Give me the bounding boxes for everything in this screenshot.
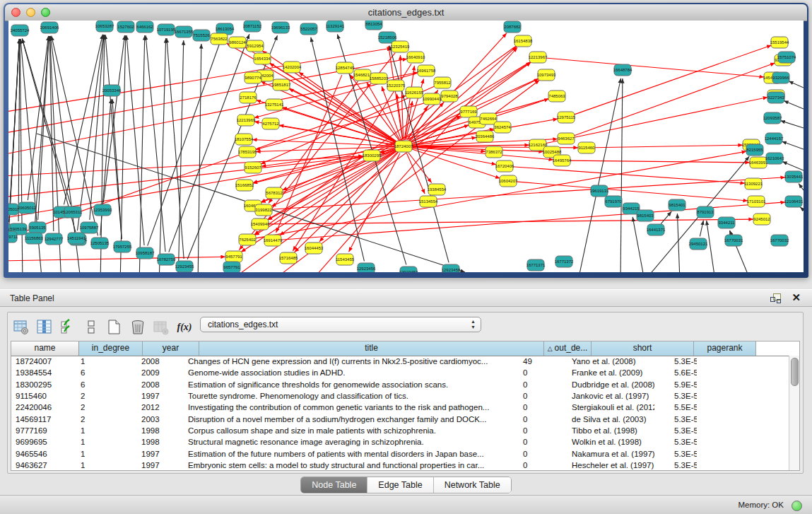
table-row[interactable]: 2242004622012Investigating the contribut… [11, 402, 789, 413]
graph-node[interactable]: 5522057 [300, 23, 317, 35]
graph-node[interactable]: 9815401 [669, 199, 686, 211]
graph-node[interactable]: 12444157 [765, 133, 784, 144]
graph-node[interactable]: 7485063 [548, 90, 565, 102]
toggle-rows-icon[interactable] [82, 318, 100, 337]
delete-table-icon[interactable] [129, 318, 147, 337]
graph-node[interactable]: 16771372 [555, 256, 574, 267]
vertical-scrollbar[interactable] [789, 356, 799, 470]
graph-node[interactable]: 15885203 [370, 73, 389, 84]
graph-node[interactable]: 20364486 [476, 131, 495, 142]
graph-node[interactable]: 7386372 [486, 146, 502, 158]
table-row[interactable]: 1456911722003Disruption of a novel membe… [11, 413, 789, 424]
graph-node[interactable]: 14202004 [283, 62, 302, 73]
graph-node[interactable]: 13275141 [265, 99, 284, 110]
graph-node[interactable]: 1527602 [117, 21, 134, 33]
table-row[interactable]: 1830029562008Estimation of significance … [11, 379, 789, 390]
graph-node[interactable]: 8791913 [697, 206, 714, 218]
graph-node[interactable]: 18300295 [363, 150, 382, 161]
graph-node[interactable]: 15409946 [251, 218, 270, 230]
graph-node[interactable]: 33159711 [8, 231, 18, 243]
graph-node[interactable]: 2087682 [504, 21, 521, 33]
graph-node[interactable]: 9777169 [460, 106, 477, 117]
graph-node[interactable]: 12923458 [442, 264, 461, 272]
graph-node[interactable]: 18107554 [235, 134, 254, 145]
graph-node[interactable]: 12325419 [391, 41, 410, 52]
select-rows-icon[interactable] [59, 318, 77, 337]
graph-node[interactable]: 15134554 [419, 196, 438, 207]
tab-edge-table[interactable]: Edge Table [367, 477, 433, 493]
tab-network-table[interactable]: Network Table [434, 477, 511, 493]
graph-node[interactable]: 10975887 [80, 222, 99, 233]
table-select-dropdown[interactable]: citations_edges.txt ▲▼ [200, 317, 481, 332]
graph-node[interactable]: 7515526 [193, 30, 210, 41]
graph-node[interactable]: 9115460 [578, 142, 595, 153]
graph-node[interactable]: 12353993 [93, 204, 112, 216]
float-panel-icon[interactable] [770, 293, 781, 303]
graph-node[interactable]: 6466162 [136, 21, 153, 33]
graph-node[interactable]: 11329141 [326, 21, 345, 32]
graph-node[interactable]: 10990443 [423, 93, 442, 105]
network-canvas[interactable]: 2405572420691406106532871527602646616210… [8, 21, 804, 272]
graph-node[interactable]: 12093587 [763, 112, 782, 124]
graph-node[interactable]: 9245012 [753, 214, 770, 225]
graph-node[interactable]: 15519544 [770, 37, 789, 48]
graph-node[interactable]: 29450121 [689, 238, 708, 250]
table-settings-icon[interactable] [12, 318, 30, 337]
graph-node[interactable]: 24055724 [11, 25, 30, 36]
graph-node[interactable]: 15751074 [777, 52, 796, 63]
graph-node[interactable]: 16914479 [264, 235, 283, 246]
graph-node[interactable]: 13035441 [784, 171, 804, 182]
graph-node[interactable]: 9890774 [245, 72, 261, 83]
graph-node[interactable]: 7955812 [434, 77, 451, 88]
graph-node[interactable]: 6791970 [605, 196, 622, 207]
graph-node[interactable]: 17103101 [747, 196, 766, 207]
column-header-year[interactable]: year [143, 341, 199, 356]
graph-node[interactable]: 16782759 [157, 254, 176, 265]
citation-network-graph[interactable]: 2405572420691406106532871527602646616210… [8, 21, 804, 272]
graph-node[interactable]: 1654334 [254, 53, 271, 64]
graph-node[interactable]: 16044453 [305, 243, 324, 254]
graph-node[interactable]: 9463627 [558, 133, 575, 144]
column-header-in_degree[interactable]: in_degree [79, 341, 143, 356]
graph-node[interactable]: 9794028 [441, 90, 458, 102]
table-row[interactable]: 946362711997Embryonic stem cells: a mode… [11, 460, 789, 471]
graph-node[interactable]: 12942777 [45, 233, 64, 245]
graph-node[interactable]: 15716485 [279, 252, 298, 264]
table-row[interactable]: 969969511998Structural magnetic resonanc… [11, 436, 789, 448]
column-header-short[interactable]: short [592, 341, 694, 356]
graph-node[interactable]: 16648784 [613, 64, 632, 76]
graph-node[interactable]: 11626155 [405, 87, 424, 98]
graph-node[interactable]: 20605012 [18, 202, 37, 214]
new-table-icon[interactable] [105, 318, 124, 337]
graph-node[interactable]: 9344211 [718, 217, 735, 228]
graph-node[interactable]: 20691406 [40, 22, 59, 33]
network-window-titlebar[interactable]: citations_edges.txt [5, 4, 807, 21]
graph-node[interactable]: 11156863 [25, 233, 43, 244]
graph-node[interactable]: 9815403 [637, 210, 654, 221]
graph-node[interactable]: 3199822 [255, 204, 272, 216]
graph-node[interactable]: 16961758 [417, 65, 436, 76]
graph-node[interactable]: 2718176 [240, 92, 257, 103]
table-row[interactable]: 1938455462009Genome-wide association stu… [11, 367, 789, 378]
select-columns-icon[interactable] [35, 318, 54, 337]
graph-node[interactable]: 4275712 [262, 118, 279, 129]
graph-node[interactable]: 9227343 [767, 92, 784, 103]
graph-node[interactable]: 19619131 [590, 185, 609, 197]
graph-node[interactable]: 12923455 [175, 261, 194, 272]
scrollbar-thumb[interactable] [791, 358, 799, 386]
graph-node[interactable]: 10604207 [499, 175, 518, 187]
graph-node[interactable]: 12505135 [90, 238, 110, 249]
graph-node[interactable]: 15220375 [387, 80, 406, 91]
graph-node[interactable]: 15166852 [235, 180, 254, 191]
graph-node[interactable]: 16720406 [495, 160, 514, 172]
graph-node[interactable]: 20053346 [102, 85, 122, 96]
table-row[interactable]: 911546021997Tourette syndrome. Phenomeno… [11, 390, 789, 402]
minimize-button[interactable] [26, 8, 35, 17]
graph-node[interactable]: 5678312 [266, 187, 283, 199]
graph-node[interactable]: 7563822 [211, 33, 228, 45]
graph-node[interactable]: 17957255 [113, 241, 132, 252]
graph-node[interactable]: 11543455 [336, 254, 355, 265]
graph-node[interactable]: 5905135 [29, 222, 46, 233]
graph-node[interactable]: 8215955 [746, 144, 763, 156]
graph-node[interactable]: 20871152 [243, 21, 262, 32]
